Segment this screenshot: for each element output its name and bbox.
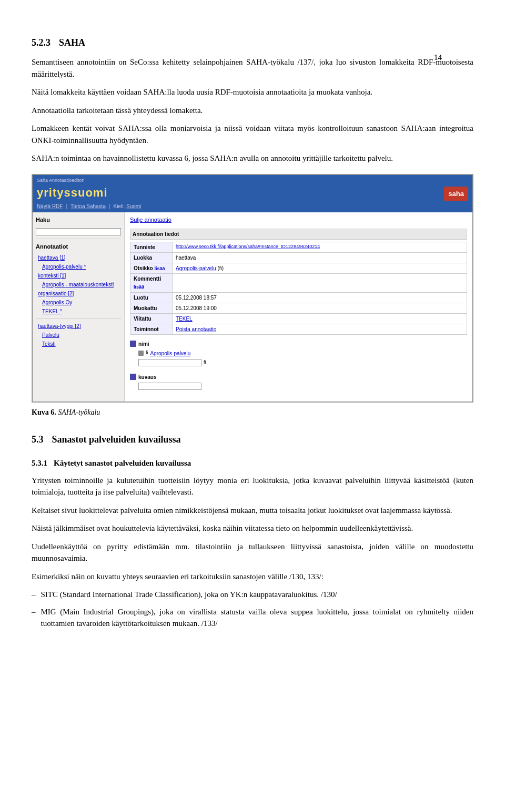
section-title-53: Sanastot palveluiden kuvailussa — [52, 433, 181, 447]
otsikko-link[interactable]: lisää — [154, 266, 165, 271]
bullet-dash-2: – — [32, 606, 36, 630]
saha-nav-about[interactable]: Tietoa Sahasta — [70, 202, 106, 210]
saha-header: Saha Annotaatioeditori yrityssuomi Näytä… — [33, 175, 472, 213]
saha-close-link[interactable]: Sulje annotaatio — [130, 215, 467, 224]
page-number: 14 — [434, 52, 442, 64]
intro-para5: SAHA:n toimintaa on havainnollistettu ku… — [32, 152, 473, 165]
nimi-value-input[interactable] — [138, 359, 201, 366]
saha-sidebar-item-3: Agropolis - maatalouskonteksti — [42, 281, 121, 289]
saha-sidebar-sep — [36, 239, 121, 239]
saha-annotaatiot-title: Annotaatiot — [36, 242, 121, 251]
kuvaus-label: kuvaus — [138, 373, 156, 381]
saha-header-left: Saha Annotaatioeditori yrityssuomi Näytä… — [37, 177, 141, 211]
table-row: Toiminnot Poista annotaatio — [130, 324, 467, 334]
table-cell-value: 05.12.2008 19:00 — [173, 303, 467, 313]
saha-logo: saha — [444, 187, 468, 201]
nimi-field-value[interactable]: Agropolis-palvelu — [150, 350, 191, 357]
table-cell-label: Viitattu — [130, 313, 173, 324]
nimi-value-icon — [138, 351, 144, 356]
section531-para1: Yritysten toiminnoille ja kulutetuihin t… — [32, 475, 473, 498]
table-cell-value: TEKEL — [173, 313, 467, 324]
saha-nimi-field: nimi — [130, 340, 467, 348]
table-cell-value: 05.12.2008 18:57 — [173, 292, 467, 303]
saha-sidebar-sep2 — [36, 318, 121, 319]
list-item-mig-text: MIG (Main Industrial Groupings), joka on… — [41, 606, 474, 630]
table-row: Luokka haettava — [130, 252, 467, 263]
saha-sidebar-item-0: haettava [1] — [38, 254, 121, 262]
saha-body: Haku Annotaatiot haettava [1] Agropolis-… — [33, 212, 472, 402]
table-cell-value: Agropolis-palvelu (fi) — [173, 263, 467, 274]
nimi-label: nimi — [138, 340, 154, 348]
table-cell-label: Toiminnot — [130, 324, 173, 334]
table-row: Luotu 05.12.2008 18:57 — [130, 292, 467, 303]
list-item-sitc: – SITC (Standard International Trade Cla… — [32, 589, 473, 601]
saha-sidebar-item-4: organisaatio [2] — [38, 290, 121, 297]
intro-para2: Näitä lomakkeita käyttäen voidaan SAHA:l… — [32, 86, 473, 98]
saha-annotation-table: Tunniste http://www.seco.tkk.fi/applicat… — [130, 242, 467, 335]
section-531-heading: 5.3.1 Käytetyt sanastot palveluiden kuva… — [32, 457, 473, 469]
table-row: Kommentti lisää — [130, 274, 467, 293]
saha-nimi-value-row: fi Agropolis-palvelu — [138, 350, 467, 357]
table-row: Muokattu 05.12.2008 19:00 — [130, 303, 467, 313]
kuvaus-icon — [130, 374, 136, 380]
saha-sidebar-item-5: Agropolis Oy — [42, 299, 121, 306]
table-cell-label: Muokattu — [130, 303, 173, 313]
list-item-sitc-text: SITC (Standard International Trade Class… — [41, 589, 337, 601]
intro-para4: Lomakkeen kentät voivat SAHA:ssa olla mo… — [32, 122, 473, 146]
table-cell-label: Otsikko lisää — [130, 263, 173, 274]
nimi-input-lang: fi — [204, 359, 206, 366]
saha-sidebar-item-9: Teksti — [42, 340, 121, 348]
saha-sidebar-title: Haku — [36, 215, 121, 224]
spacer — [130, 368, 467, 373]
saha-nav-rdf[interactable]: Näytä RDF — [37, 202, 63, 210]
kommentti-link[interactable]: lisää — [134, 284, 144, 290]
section531-para3: Näistä jälkimmäiset ovat houkuttelevia k… — [32, 522, 473, 535]
saha-nav: Näytä RDF | Tietoa Sahasta | Kieli: Suom… — [37, 202, 141, 210]
section-title-523: SAHA — [59, 36, 85, 50]
saha-app-title: Saha Annotaatioeditori — [37, 177, 141, 184]
figure-saha: Saha Annotaatioeditori yrityssuomi Näytä… — [32, 174, 473, 403]
saha-sidebar-item-1: Agropolis-palvelu * — [42, 263, 121, 271]
table-cell-label: Tunniste — [130, 242, 173, 252]
figure-caption: Kuva 6. SAHA-työkalu — [32, 407, 473, 418]
saha-annotation-title: Annotaation tiedot — [130, 229, 467, 240]
table-row: Viitattu TEKEL — [130, 313, 467, 324]
table-cell-value: haettava — [173, 252, 467, 263]
intro-para3: Annotaatiolla tarkoitetaan tässä yhteyde… — [32, 105, 473, 117]
saha-main: Sulje annotaatio Annotaation tiedot Tunn… — [125, 212, 472, 402]
saha-nav-lang: Kieli: Suomi — [114, 202, 142, 210]
section-53-heading: 5.3 Sanastot palveluiden kuvailussa — [32, 433, 473, 447]
saha-screenshot: Saha Annotaatioeditori yrityssuomi Näytä… — [32, 174, 473, 403]
saha-kuvaus-input-row — [138, 383, 467, 390]
table-cell-value: http://www.seco.tkk.fi/applications/saha… — [173, 242, 467, 252]
saha-search-input[interactable] — [36, 228, 121, 235]
table-cell-label: Luokka — [130, 252, 173, 263]
section531-para2: Keltaiset sivut luokittelevat palveluita… — [32, 505, 473, 517]
section-number-531: 5.3.1 — [32, 457, 47, 469]
table-cell-value — [173, 274, 467, 293]
kuvaus-value-input[interactable] — [138, 383, 201, 390]
saha-sidebar: Haku Annotaatiot haettava [1] Agropolis-… — [33, 212, 125, 402]
nimi-icon — [130, 341, 136, 347]
saha-kuvaus-field: kuvaus — [130, 373, 467, 381]
saha-lang-select[interactable]: Suomi — [126, 203, 141, 209]
bullet-list: – SITC (Standard International Trade Cla… — [32, 589, 473, 630]
section-title-531: Käytetyt sanastot palveluiden kuvailussa — [54, 457, 191, 469]
saha-sidebar-item-2: konteksti [1] — [38, 272, 121, 280]
table-cell-label: Kommentti lisää — [130, 274, 173, 293]
section531-para5: Esimerkiksi näin on kuvattu yhteys seura… — [32, 571, 473, 583]
figure-caption-italic: SAHA-työkalu — [58, 408, 100, 416]
saha-sidebar-item-8: Palvelu — [42, 331, 121, 339]
saha-brand-text: yrityssuomi — [37, 186, 108, 199]
list-item-mig: – MIG (Main Industrial Groupings), joka … — [32, 606, 473, 630]
table-row: Otsikko lisää Agropolis-palvelu (fi) — [130, 263, 467, 274]
table-cell-label: Luotu — [130, 292, 173, 303]
intro-para1: Semanttiseen annotointiin on SeCo:ssa ke… — [32, 56, 473, 80]
nimi-lang-label: fi — [146, 350, 148, 357]
table-row: Tunniste http://www.seco.tkk.fi/applicat… — [130, 242, 467, 252]
section-number-53: 5.3 — [32, 433, 44, 447]
section-number-523: 5.2.3 — [32, 36, 50, 50]
figure-caption-prefix: Kuva 6. — [32, 408, 56, 416]
saha-nimi-input-row: fi — [138, 359, 467, 366]
bullet-dash-1: – — [32, 589, 36, 601]
